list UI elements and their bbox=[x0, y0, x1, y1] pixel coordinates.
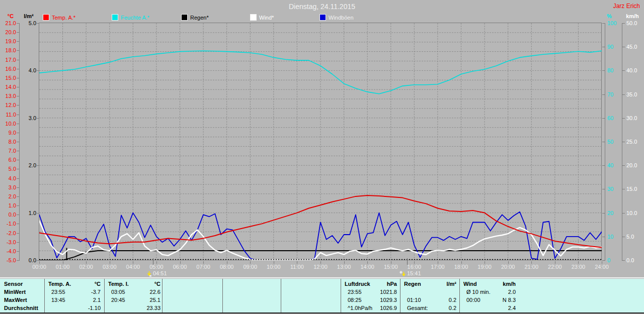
rain-axis-tick bbox=[37, 23, 39, 24]
humidity-axis-label: 90 bbox=[607, 44, 621, 50]
wind-axis-rail bbox=[622, 23, 622, 261]
temp-axis-label: 20.0 bbox=[0, 29, 16, 35]
table-row-label: MinWert bbox=[4, 288, 26, 295]
time-label: 09:00 bbox=[238, 264, 262, 270]
table-cell-value: 0.2 bbox=[400, 296, 456, 303]
rain-axis-tick bbox=[37, 213, 39, 214]
temp-axis-label: 8.0 bbox=[0, 139, 16, 145]
temp-axis-label: 4.0 bbox=[0, 175, 16, 181]
temp-axis-label: 13.0 bbox=[0, 93, 16, 99]
hour-tick bbox=[508, 261, 509, 264]
wind-axis-label: 40.0 bbox=[626, 67, 642, 73]
humidity-axis-label: 100 bbox=[607, 20, 621, 26]
temp-axis-label: 21.0 bbox=[0, 20, 16, 26]
hour-tick bbox=[250, 261, 251, 264]
wind-axis-label: 25.0 bbox=[626, 139, 642, 145]
table-cell-value: 2.1 bbox=[44, 296, 101, 303]
table-cell-value: -3.7 bbox=[44, 288, 101, 295]
table-bottom-border bbox=[0, 312, 644, 313]
table-column-divider bbox=[459, 279, 460, 312]
time-label: 04:00 bbox=[121, 264, 144, 270]
rain-axis-unit: l/m² bbox=[20, 13, 37, 19]
hour-tick bbox=[555, 261, 555, 264]
temp-axis-label: 0.0 bbox=[0, 212, 16, 218]
humidity-axis-label: 40 bbox=[607, 162, 621, 168]
wind-axis-label: 45.0 bbox=[626, 44, 642, 50]
table-cell-value: 2.4 bbox=[459, 304, 516, 311]
hour-tick bbox=[461, 261, 462, 264]
temp-axis-label: -2.0 bbox=[0, 230, 16, 236]
wind-axis-label: 50.0 bbox=[626, 20, 642, 26]
humidity-axis-unit: % bbox=[602, 13, 617, 19]
wind-axis-label: 35.0 bbox=[626, 91, 642, 97]
rain-axis-tick bbox=[37, 260, 39, 261]
hour-tick bbox=[86, 261, 87, 264]
time-label: 16:00 bbox=[403, 264, 426, 270]
time-label: 21:00 bbox=[520, 264, 543, 270]
table-cell-value: 1026.9 bbox=[341, 304, 397, 311]
hour-tick bbox=[180, 261, 181, 264]
rain-axis-label: 2.0 bbox=[22, 162, 36, 168]
table-column-divider bbox=[341, 279, 341, 312]
hour-tick bbox=[133, 261, 133, 264]
hour-tick bbox=[297, 261, 297, 264]
rain-axis-tick bbox=[37, 165, 39, 166]
temp-axis-unit: °C bbox=[4, 13, 17, 19]
time-label: 24:00 bbox=[590, 264, 613, 270]
time-label: 08:00 bbox=[215, 264, 238, 270]
sun-marker-tick bbox=[153, 258, 153, 265]
temp-swatch-icon bbox=[43, 14, 49, 21]
table-column-divider bbox=[44, 279, 45, 312]
humidity-axis-label: 30 bbox=[607, 186, 621, 192]
gusts-swatch-icon bbox=[319, 14, 326, 21]
hour-tick bbox=[344, 261, 345, 264]
table-column-unit: °C bbox=[44, 280, 101, 287]
hour-tick bbox=[63, 261, 63, 264]
rain-axis-label: 0.0 bbox=[22, 257, 36, 263]
rain-axis-label: 1.0 bbox=[22, 210, 36, 216]
time-label: 12:00 bbox=[309, 264, 332, 270]
time-label: 03:00 bbox=[98, 264, 121, 270]
humidity-swatch-icon bbox=[112, 14, 118, 21]
rain-axis-label: 4.0 bbox=[22, 67, 36, 73]
table-cell-value: N 8.3 bbox=[459, 296, 516, 303]
temp-axis-label: 10.0 bbox=[0, 121, 16, 127]
table-cell-value: 1021.8 bbox=[341, 288, 397, 295]
sunset-icon bbox=[399, 271, 406, 277]
hour-tick bbox=[110, 261, 110, 264]
table-cell-value: 2.0 bbox=[459, 288, 516, 295]
table-column-unit: l/m² bbox=[400, 280, 456, 287]
sunrise-icon bbox=[146, 271, 152, 277]
wind-axis-label: 20.0 bbox=[626, 162, 642, 168]
time-label: 00:00 bbox=[28, 264, 51, 270]
temp-axis-label: 17.0 bbox=[0, 57, 16, 63]
rain-axis-tick bbox=[37, 118, 39, 119]
table-row-label: Durchschnitt bbox=[4, 304, 38, 311]
time-label: 15:00 bbox=[379, 264, 403, 270]
humidity-axis-label: 0 bbox=[607, 257, 621, 263]
time-label: 20:00 bbox=[497, 264, 520, 270]
wind-axis-label: 5.0 bbox=[626, 234, 642, 240]
hour-tick bbox=[320, 261, 321, 264]
summary-table: SensorMinWertMaxWertDurchschnittTemp. A.… bbox=[0, 279, 644, 312]
table-cell-value: -1.10 bbox=[44, 304, 101, 311]
hour-tick bbox=[227, 261, 227, 264]
time-label: 19:00 bbox=[473, 264, 496, 270]
temp-axis-label: 15.0 bbox=[0, 75, 16, 81]
humidity-axis-rail bbox=[605, 23, 605, 261]
table-column-divider bbox=[162, 279, 163, 312]
temp-axis-label: 11.0 bbox=[0, 112, 16, 118]
time-label: 13:00 bbox=[333, 264, 356, 270]
author-label: Jarz Erich bbox=[613, 3, 640, 10]
temp-axis-label: 7.0 bbox=[0, 148, 16, 154]
temp-axis-label: 3.0 bbox=[0, 184, 16, 190]
legend-item-temp: Temp. A.* bbox=[43, 14, 75, 21]
temp-axis-label: -1.0 bbox=[0, 221, 16, 227]
table-column-unit: hPa bbox=[341, 280, 397, 287]
table-column-divider bbox=[281, 279, 281, 312]
table-cell-value: 25.1 bbox=[104, 296, 160, 303]
table-top-ridge bbox=[0, 277, 644, 278]
hour-tick bbox=[485, 261, 485, 264]
table-cell-value: 1029.3 bbox=[341, 296, 397, 303]
sunset-time-label: 15:41 bbox=[407, 270, 421, 276]
